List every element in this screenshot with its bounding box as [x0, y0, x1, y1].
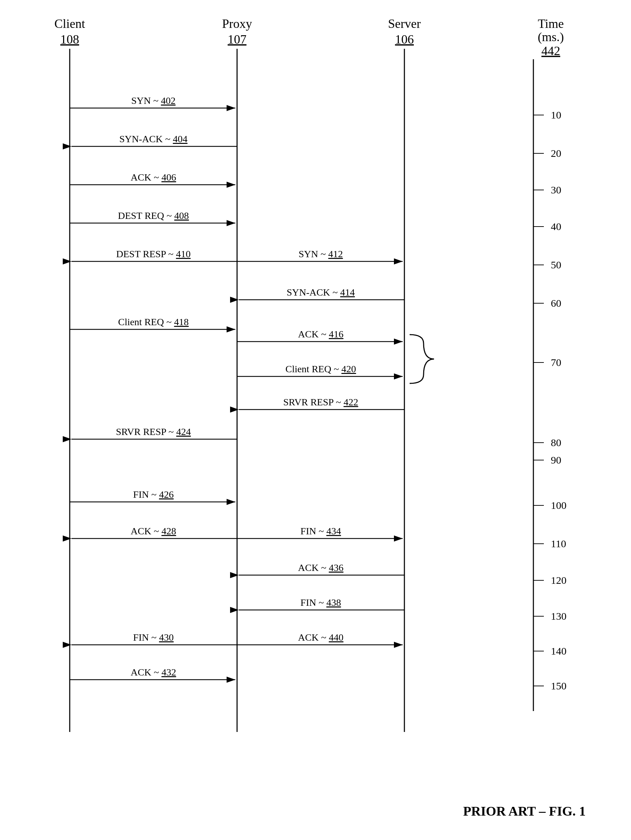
time-unit: (ms.): [538, 30, 564, 44]
time-40: 40: [551, 221, 561, 232]
footer: PRIOR ART – FIG. 1: [463, 804, 586, 818]
label-destresp-410: DEST RESP ~ 410: [116, 248, 191, 259]
time-50: 50: [551, 259, 561, 270]
time-max: 442: [541, 44, 560, 58]
server-label: Server: [388, 17, 421, 31]
time-80: 80: [551, 437, 561, 448]
label-fin-434: FIN ~ 434: [300, 526, 341, 537]
time-150: 150: [551, 680, 566, 692]
client-number: 108: [60, 32, 79, 46]
label-ack-428: ACK ~ 428: [131, 526, 176, 537]
time-140: 140: [551, 645, 566, 657]
time-100: 100: [551, 499, 566, 511]
label-clientreq-418: Client REQ ~ 418: [118, 316, 189, 327]
time-label: Time: [538, 17, 564, 31]
label-clientreq-420: Client REQ ~ 420: [286, 363, 356, 374]
time-10: 10: [551, 109, 561, 121]
label-syn-412: SYN ~ 412: [299, 248, 343, 259]
time-20: 20: [551, 147, 561, 159]
brace: [410, 335, 434, 384]
label-ack-436: ACK ~ 436: [298, 562, 343, 573]
time-110: 110: [551, 538, 566, 549]
label-destreq-408: DEST REQ ~ 408: [118, 210, 189, 221]
proxy-number: 107: [228, 32, 247, 46]
label-ack-432: ACK ~ 432: [131, 667, 176, 677]
time-120: 120: [551, 575, 566, 586]
time-60: 60: [551, 297, 561, 309]
label-synack-404: SYN-ACK ~ 404: [119, 134, 188, 144]
client-label: Client: [54, 17, 85, 31]
time-30: 30: [551, 184, 561, 196]
diagram: Client 108 Proxy 107 Server 106 Time (ms…: [0, 0, 631, 840]
label-fin-430: FIN ~ 430: [133, 632, 174, 643]
server-number: 106: [395, 32, 414, 46]
label-ack-406: ACK ~ 406: [131, 172, 176, 183]
time-130: 130: [551, 610, 566, 622]
diagram-svg: Client 108 Proxy 107 Server 106 Time (ms…: [0, 0, 631, 840]
label-srvrresp-424: SRVR RESP ~ 424: [116, 426, 191, 437]
label-ack-416: ACK ~ 416: [298, 329, 343, 339]
label-syn-402: SYN ~ 402: [131, 95, 176, 106]
label-fin-426: FIN ~ 426: [133, 489, 174, 500]
time-70: 70: [551, 357, 561, 368]
label-synack-414: SYN-ACK ~ 414: [286, 287, 355, 298]
time-90: 90: [551, 454, 561, 466]
label-ack-440: ACK ~ 440: [298, 632, 343, 643]
label-srvrresp-422: SRVR RESP ~ 422: [283, 397, 358, 407]
proxy-label: Proxy: [222, 17, 252, 31]
label-fin-438: FIN ~ 438: [300, 597, 341, 608]
